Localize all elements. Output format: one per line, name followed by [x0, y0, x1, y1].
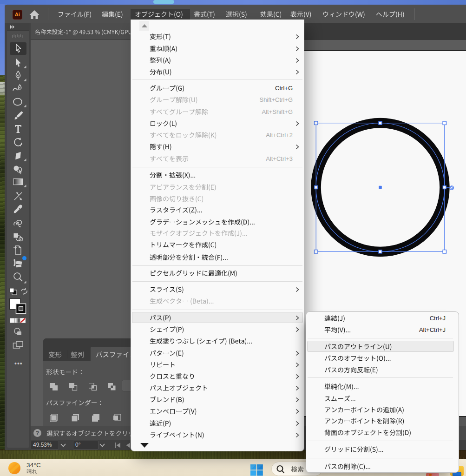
svg-text:?: ? — [36, 430, 39, 436]
